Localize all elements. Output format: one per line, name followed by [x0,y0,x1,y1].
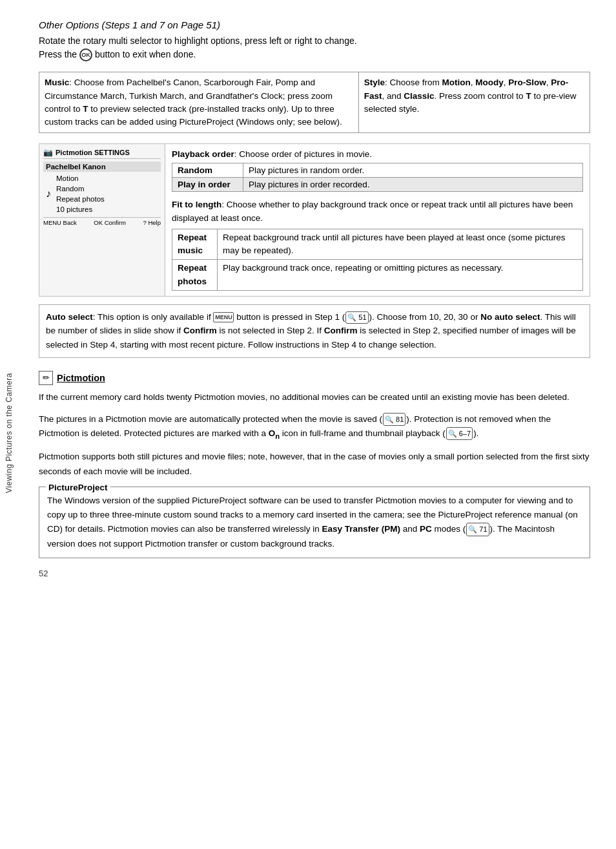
music-icon: ♪ [46,188,51,200]
table-row: Play in order Play pictures in order rec… [172,178,583,192]
page-number: 52 [39,569,590,578]
picture-project-label: PictureProject [46,481,110,495]
auto-select-label: Auto select [46,312,93,322]
auto-select-section: Auto select: This option is only availab… [39,304,590,358]
repeat-music-label: Repeat music [172,229,218,260]
repeat-photos-label: Repeat photos [172,260,218,291]
pictmotion-header: ✏ Pictmotion [39,371,590,385]
picture-project-text: The Windows version of the supplied Pict… [47,496,578,549]
ref-icon-71: 🔍 71 [466,523,489,536]
playback-table: Random Play pictures in random order. Pl… [172,163,583,192]
camera-back: MENU Back [43,219,77,226]
camera-repeat: Repeat photos [54,194,107,204]
repeat-music-desc: Repeat background track until all pictur… [218,229,583,260]
table-row: Random Play pictures in random order. [172,163,583,178]
options-area: Playback order: Choose order of pictures… [165,144,590,296]
options-table: Music: Choose from Pachelbel's Canon, Sc… [39,72,590,133]
pictmotion-section: ✏ Pictmotion If the current memory card … [39,371,590,558]
lock-icon: On [269,428,280,438]
repeat-photos-desc: Play background track once, repeating or… [218,260,583,291]
play-in-order-desc: Play pictures in order recorded. [243,178,583,192]
camera-confirm: OK Confirm [94,219,126,226]
camera-bottom-bar: MENU Back OK Confirm ? Help [43,217,161,226]
intro-line1: Rotate the rotary multi selector to high… [39,36,357,46]
repeat-table: Repeat music Repeat background track unt… [172,229,583,291]
camera-screen-title: 📷 Pictmotion SETTINGS [43,148,161,159]
camera-help: ? Help [143,219,161,226]
style-cell: Style: Choose from Motion, Moody, Pro-Sl… [358,72,590,133]
fit-to-length-text: Fit to length: Choose whether to play ba… [172,198,583,225]
camera-track: Pachelbel Kanon [43,162,161,172]
camera-screen: 📷 Pictmotion SETTINGS Pachelbel Kanon ♪ … [39,144,165,296]
picture-project-box: PictureProject The Windows version of th… [39,487,590,558]
play-in-order-label: Play in order [172,178,243,192]
ref-icon-51: 🔍 51 [345,311,368,324]
random-label: Random [172,163,243,178]
ref-icon-81: 🔍 81 [383,413,406,426]
camera-style: Motion [54,173,107,183]
camera-icon: 📷 [43,148,53,157]
music-cell: Music: Choose from Pachelbel's Canon, Sc… [39,72,359,133]
ok-button-ref: OK [79,48,92,61]
playback-order-title: Playback order: Choose order of pictures… [172,149,583,159]
style-label: Style [364,78,385,87]
table-row: Repeat photos Play background track once… [172,260,583,291]
pictmotion-para3: Pictmotion supports both still pictures … [39,450,590,479]
camera-count: 10 pictures [54,204,107,215]
random-desc: Play pictures in random order. [243,163,583,178]
table-row: Repeat music Repeat background track unt… [172,229,583,260]
pictmotion-title: Pictmotion [57,373,105,383]
pencil-icon: ✏ [39,371,53,385]
diagram-area: 📷 Pictmotion SETTINGS Pachelbel Kanon ♪ … [39,143,590,297]
menu-button-ref: MENU [213,312,234,322]
camera-order: Random [54,183,107,194]
sidebar-label: Viewing Pictures on the Camera [0,336,18,530]
ref-icon-67: 🔍 6–7 [446,427,473,440]
pictmotion-para2: The pictures in a Pictmotion movie are a… [39,412,590,443]
intro-text: Rotate the rotary multi selector to high… [39,34,590,61]
pictmotion-para1: If the current memory card holds twenty … [39,390,590,404]
section-title: Other Options (Steps 1 and 7 on Page 51) [39,19,590,30]
music-label: Music [45,78,69,87]
